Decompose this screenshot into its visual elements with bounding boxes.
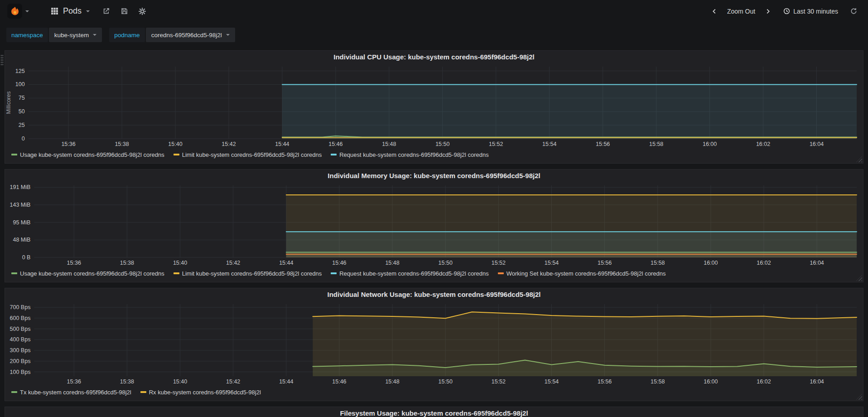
variable-label: namespace [6,28,48,42]
svg-text:15:38: 15:38 [120,260,134,266]
legend-label: Request kube-system coredns-695f96dcd5-9… [339,270,489,277]
svg-text:15:40: 15:40 [168,141,182,147]
memory-usage-graph[interactable]: 15:3615:3815:4015:4215:4415:4615:4815:50… [5,182,863,267]
time-shift-back-button[interactable] [706,3,723,19]
svg-text:15:50: 15:50 [439,260,453,266]
share-button[interactable] [98,3,114,19]
namespace-value-dropdown[interactable]: kube-system [49,28,102,42]
podname-value-dropdown[interactable]: coredns-695f96dcd5-98j2l [146,28,235,42]
chevron-down-icon [93,34,96,36]
variable-value: kube-system [54,32,89,39]
svg-text:15:40: 15:40 [173,260,187,266]
svg-text:15:48: 15:48 [385,260,399,266]
legend-label: Tx kube-system coredns-695f96dcd5-98j2l [20,389,131,396]
svg-text:15:52: 15:52 [492,260,506,266]
series-color-dash [331,154,337,155]
svg-text:191 MiB: 191 MiB [10,184,31,190]
legend-item[interactable]: Usage kube-system coredns-695f96dcd5-98j… [11,151,164,158]
navbar: Pods [0,0,868,22]
svg-text:15:36: 15:36 [67,260,81,266]
svg-text:15:44: 15:44 [275,141,289,147]
svg-text:15:46: 15:46 [332,378,346,385]
svg-text:16:04: 16:04 [810,141,824,147]
svg-text:16:02: 16:02 [757,378,771,385]
legend-item[interactable]: Request kube-system coredns-695f96dcd5-9… [331,151,489,158]
legend-item[interactable]: Tx kube-system coredns-695f96dcd5-98j2l [11,389,131,396]
panel-cpu-usage: Individual CPU Usage: kube-system coredn… [5,50,863,164]
svg-text:100 Bps: 100 Bps [10,369,31,375]
floppy-save-icon [121,8,128,15]
time-range-picker[interactable]: Last 30 minutes [779,5,843,18]
legend-label: Request kube-system coredns-695f96dcd5-9… [339,151,489,158]
svg-text:Millicores: Millicores [5,91,12,114]
svg-text:25: 25 [19,122,25,128]
refresh-icon [850,8,857,15]
series-color-dash [11,391,17,393]
variable-label: podname [109,28,145,42]
svg-text:95 MiB: 95 MiB [13,219,30,226]
save-button[interactable] [116,3,132,19]
panel-memory-usage: Individual Memory Usage: kube-system cor… [5,169,863,282]
gear-icon [139,8,146,15]
legend-item[interactable]: Limit kube-system coredns-695f96dcd5-98j… [174,151,322,158]
chevron-down-icon [86,10,90,12]
svg-text:16:02: 16:02 [757,260,771,266]
legend-item[interactable]: Usage kube-system coredns-695f96dcd5-98j… [11,270,164,277]
panel-title[interactable]: Individual Network Usage: kube-system co… [5,288,863,301]
legend: Usage kube-system coredns-695f96dcd5-98j… [5,267,863,282]
legend-item[interactable]: Request kube-system coredns-695f96dcd5-9… [331,270,489,277]
panel-title[interactable]: Individual Memory Usage: kube-system cor… [5,170,863,182]
legend: Usage kube-system coredns-695f96dcd5-98j… [5,149,863,163]
svg-text:16:00: 16:00 [704,260,718,266]
svg-text:16:00: 16:00 [703,141,717,147]
svg-text:15:52: 15:52 [492,378,506,385]
svg-text:15:50: 15:50 [435,141,449,147]
chevron-left-icon [711,8,718,15]
svg-text:15:48: 15:48 [382,141,396,147]
svg-text:15:56: 15:56 [598,378,612,385]
cpu-usage-graph[interactable]: 15:3615:3815:4015:4215:4415:4615:4815:50… [5,63,863,149]
panel-filesystem-usage: Filesystem Usage: kube-system coredns-69… [5,407,863,417]
svg-text:16:02: 16:02 [756,141,770,147]
variable-podname: podname coredns-695f96dcd5-98j2l [109,28,235,42]
svg-text:0: 0 [22,136,25,142]
svg-text:15:48: 15:48 [385,378,399,385]
svg-text:15:46: 15:46 [328,141,342,147]
svg-text:15:36: 15:36 [67,378,81,385]
svg-text:15:56: 15:56 [598,260,612,266]
panel-title[interactable]: Filesystem Usage: kube-system coredns-69… [5,407,863,417]
panel-title[interactable]: Individual CPU Usage: kube-system coredn… [5,51,863,63]
variable-value: coredns-695f96dcd5-98j2l [151,32,222,39]
svg-text:15:58: 15:58 [651,378,665,385]
zoom-out-button[interactable]: Zoom Out [725,5,757,18]
svg-text:600 Bps: 600 Bps [10,315,31,321]
grafana-main-menu[interactable] [6,4,33,19]
legend-item[interactable]: Limit kube-system coredns-695f96dcd5-98j… [174,270,322,277]
svg-text:143 MiB: 143 MiB [10,202,31,208]
apps-grid-icon [51,7,58,15]
chevron-right-icon [765,8,771,15]
svg-text:15:42: 15:42 [226,378,240,385]
legend-item[interactable]: Rx kube-system coredns-695f96dcd5-98j2l [140,389,261,396]
time-shift-forward-button[interactable] [760,3,776,19]
sidemenu-toggle-grip[interactable] [0,54,4,66]
svg-text:300 Bps: 300 Bps [10,347,31,354]
dashboard-picker[interactable]: Pods [44,3,96,19]
refresh-button[interactable] [845,3,862,19]
svg-text:500 Bps: 500 Bps [10,326,31,332]
network-usage-graph[interactable]: 15:3615:3815:4015:4215:4415:4615:4815:50… [5,301,863,386]
svg-text:15:58: 15:58 [649,141,663,147]
series-color-dash [174,272,179,274]
legend: Tx kube-system coredns-695f96dcd5-98j2lR… [5,386,863,401]
panel-network-usage: Individual Network Usage: kube-system co… [5,288,863,401]
svg-text:200 Bps: 200 Bps [10,358,31,364]
settings-button[interactable] [134,3,150,19]
svg-text:15:54: 15:54 [545,260,559,266]
svg-text:15:52: 15:52 [489,141,503,147]
svg-text:16:04: 16:04 [810,378,824,385]
time-range-label: Last 30 minutes [793,8,838,15]
legend-label: Working Set kube-system coredns-695f96dc… [506,270,666,277]
legend-item[interactable]: Working Set kube-system coredns-695f96dc… [498,270,666,277]
svg-text:15:42: 15:42 [226,260,240,266]
svg-text:15:58: 15:58 [651,260,665,266]
